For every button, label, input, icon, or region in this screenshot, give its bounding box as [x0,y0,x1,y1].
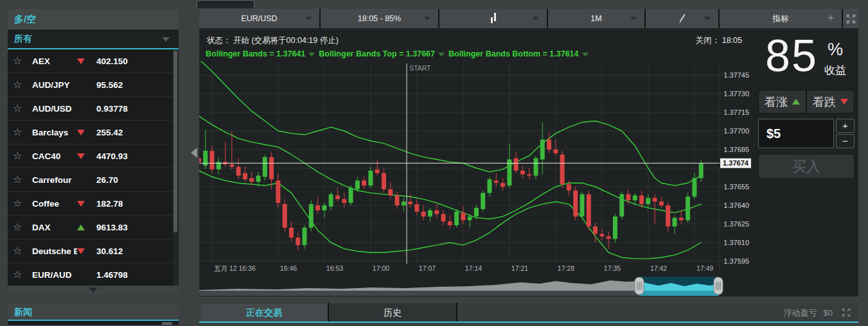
tab-history[interactable]: 历史 [329,304,456,322]
svg-text:17:35: 17:35 [604,264,621,272]
instrument-row[interactable]: ☆CAC404470.93 [8,144,179,168]
instrument-row[interactable]: ☆AUD/USD0.93778 [8,97,179,121]
indicators-button[interactable]: 指标 + [720,9,842,28]
instrument-name: Carrefour [32,175,77,185]
svg-text:1.37700: 1.37700 [723,127,749,135]
news-panel: 新闻 [8,303,179,326]
favorite-star-icon[interactable]: ☆ [13,198,32,209]
favorite-star-icon[interactable]: ☆ [13,56,32,66]
instrument-price: 95.562 [96,80,123,90]
instrument-name: Deutsche Ba [32,246,77,256]
instrument-name: Barclays [32,128,77,137]
svg-text:1.37595: 1.37595 [723,257,749,265]
instrument-name: CAC40 [32,151,77,161]
svg-text:1.37745: 1.37745 [723,71,749,79]
call-label: 看涨 [765,94,788,110]
timeframe-label: 1M [590,14,601,23]
favorite-star-icon[interactable]: ☆ [13,80,32,90]
add-indicator-icon[interactable]: + [825,12,837,24]
fullscreen-button[interactable] [843,9,858,28]
scroll-down-button[interactable] [8,286,179,294]
watchlist-scrollbar[interactable] [173,49,178,286]
amount-input[interactable]: $5 [758,119,834,148]
svg-text:17:49: 17:49 [696,264,713,272]
scrollbar-thumb[interactable] [173,51,177,232]
instrument-row[interactable]: ☆DAX9613.83 [8,216,179,239]
call-button[interactable]: 看涨 [759,90,806,113]
put-button[interactable]: 看跌 [807,90,854,113]
favorite-star-icon[interactable]: ☆ [13,103,32,114]
expand-icon[interactable] [842,308,851,317]
svg-text:17:00: 17:00 [373,264,389,272]
favorite-star-icon[interactable]: ☆ [13,270,32,280]
favorite-star-icon[interactable]: ☆ [13,151,32,161]
svg-text:1.37715: 1.37715 [723,108,749,116]
chevron-down-icon [438,53,445,56]
indicators-label: 指标 [773,13,789,24]
favorite-star-icon[interactable]: ☆ [13,127,32,137]
symbol-label: EUR/USD [241,14,277,23]
instrument-price: 26.70 [96,175,118,185]
navigator-handle[interactable] [714,277,723,295]
svg-text:START: START [409,64,431,72]
trend-down-icon [77,58,96,64]
svg-text:1.37610: 1.37610 [723,239,749,246]
instrument-list: ☆AEX402.150☆AUD/JPY95.562☆AUD/USD0.93778… [8,49,179,286]
instrument-name: Coffee [32,199,77,209]
symbol-dropdown[interactable]: EUR/USD [199,9,319,28]
instrument-row[interactable]: ☆Carrefour26.70 [8,168,179,192]
svg-text:1.37730: 1.37730 [723,90,749,98]
instrument-row[interactable]: ☆Coffee182.78 [8,192,179,216]
instrument-row[interactable]: ☆EUR/AUD1.46798 [8,263,179,286]
instrument-row[interactable]: ☆AUD/JPY95.562 [8,73,179,97]
floating-pl: 浮动盈亏$0 [784,307,833,319]
indicator-label[interactable]: Bollinger Bands Top = 1.37667 [319,49,445,58]
amount-increase-button[interactable]: + [836,119,855,133]
trend-up-icon [77,225,96,230]
filter-label: 所有 [14,33,32,44]
indicator-label[interactable]: Bollinger Bands = 1.37641 [206,49,315,58]
svg-text:17:42: 17:42 [650,264,667,272]
expand-icon [846,14,856,24]
instrument-name: AUD/JPY [32,80,77,90]
instrument-filter-dropdown[interactable]: 所有 [8,30,179,49]
chart-tab[interactable] [197,0,254,8]
watchlist-panel: 多/空 所有 ☆AEX402.150☆AUD/JPY95.562☆AUD/USD… [8,9,179,294]
buy-button[interactable]: 买入 [758,154,855,179]
chevron-down-icon [582,53,589,56]
status-text: 状态： 开始 (交易将于00:04:19 停止) [207,35,339,46]
news-body [8,321,179,325]
instrument-row[interactable]: ☆Barclays255.42 [8,121,179,144]
news-scrollbar[interactable] [162,322,172,325]
amount-decrease-button[interactable]: − [836,134,855,148]
chevron-down-icon [533,17,539,21]
favorite-star-icon[interactable]: ☆ [13,175,32,185]
timeframe-dropdown[interactable]: 1M [548,9,644,28]
instrument-row[interactable]: ☆AEX402.150 [8,49,179,73]
chart-area: 状态： 开始 (交易将于00:04:19 停止) 关闭： 18:05 Bolli… [199,28,858,296]
svg-text:1.37655: 1.37655 [723,183,749,191]
favorite-star-icon[interactable]: ☆ [13,222,32,232]
news-title: 新闻 [8,303,179,321]
svg-text:1.37640: 1.37640 [723,202,749,209]
chart-type-dropdown[interactable] [439,9,547,28]
collapse-sidebar-arrow-icon[interactable] [191,148,197,158]
indicator-legend: Bollinger Bands = 1.37641Bollinger Bands… [206,49,592,58]
svg-text:16:53: 16:53 [326,264,343,272]
svg-text:1.37625: 1.37625 [723,220,749,228]
favorite-star-icon[interactable]: ☆ [13,246,32,256]
tab-open-trades[interactable]: 正在交易 [200,304,328,322]
instrument-price: 182.78 [96,199,123,209]
trend-up-icon [792,99,800,105]
drawing-tool-dropdown[interactable] [646,9,718,28]
expiry-dropdown[interactable]: 18:05 - 85% [321,9,438,28]
navigator-handle[interactable] [635,277,644,295]
price-chart[interactable]: START1.376741.377451.377301.377151.37700… [199,61,753,296]
percent-sign: % [828,40,843,59]
chevron-down-icon [630,17,637,21]
indicator-label[interactable]: Bollinger Bands Bottom = 1.37614 [448,49,588,58]
chevron-down-icon [424,17,430,21]
expiry-label: 18:05 - 85% [358,14,401,23]
svg-text:1.37685: 1.37685 [723,146,749,153]
instrument-row[interactable]: ☆Deutsche Ba30.612 [8,239,179,263]
